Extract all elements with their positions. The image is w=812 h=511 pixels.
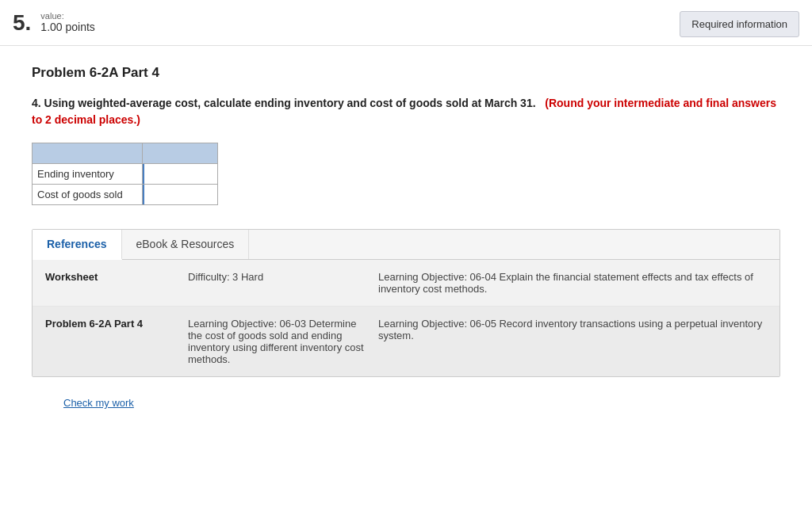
check-my-work-link[interactable]: Check my work xyxy=(32,397,134,425)
table-header-value xyxy=(142,143,217,164)
cost-of-goods-sold-input[interactable] xyxy=(143,185,217,204)
value-info: value: 1.00 points xyxy=(40,11,95,33)
ref-worksheet-objective: Learning Objective: 06-04 Explain the fi… xyxy=(378,271,767,295)
header-bar: 5. value: 1.00 points Required informati… xyxy=(0,0,812,46)
tabs-bar: References eBook & Resources xyxy=(33,230,779,260)
required-information-button[interactable]: Required information xyxy=(680,11,799,37)
tab-references[interactable]: References xyxy=(33,230,122,260)
reference-row-worksheet: Worksheet Difficulty: 3 Hard Learning Ob… xyxy=(33,260,779,307)
references-body: Worksheet Difficulty: 3 Hard Learning Ob… xyxy=(33,260,779,376)
ref-problem-objective2: Learning Objective: 06-05 Record invento… xyxy=(378,318,767,365)
problem-instruction: 4. Using weighted-average cost, calculat… xyxy=(32,95,780,128)
table-row: Cost of goods sold xyxy=(33,185,218,205)
ref-problem-objective1: Learning Objective: 06-03 Determine the … xyxy=(188,318,378,365)
ref-worksheet-title: Worksheet xyxy=(45,271,188,295)
reference-row-problem: Problem 6-2A Part 4 Learning Objective: … xyxy=(33,307,779,376)
ref-worksheet-difficulty: Difficulty: 3 Hard xyxy=(188,271,378,295)
references-section: References eBook & Resources Worksheet D… xyxy=(32,229,780,377)
ending-inventory-label: Ending inventory xyxy=(33,164,143,185)
header-left: 5. value: 1.00 points xyxy=(13,11,95,36)
value-label: value: xyxy=(40,11,95,21)
problem-title: Problem 6-2A Part 4 xyxy=(32,65,780,81)
question-number: 5. xyxy=(13,11,31,36)
table-row: Ending inventory xyxy=(33,164,218,185)
cost-of-goods-sold-label: Cost of goods sold xyxy=(33,185,143,205)
tab-ebook[interactable]: eBook & Resources xyxy=(122,230,250,259)
instruction-text: 4. Using weighted-average cost, calculat… xyxy=(32,97,536,109)
ending-inventory-input[interactable] xyxy=(143,164,217,184)
cost-of-goods-sold-cell xyxy=(142,185,217,205)
table-header-label xyxy=(33,143,143,164)
ending-inventory-cell xyxy=(142,164,217,185)
main-content: Problem 6-2A Part 4 4. Using weighted-av… xyxy=(0,46,812,440)
value-points: 1.00 points xyxy=(40,21,95,33)
ref-problem-title: Problem 6-2A Part 4 xyxy=(45,318,188,365)
inventory-table: Ending inventory Cost of goods sold xyxy=(32,143,218,205)
